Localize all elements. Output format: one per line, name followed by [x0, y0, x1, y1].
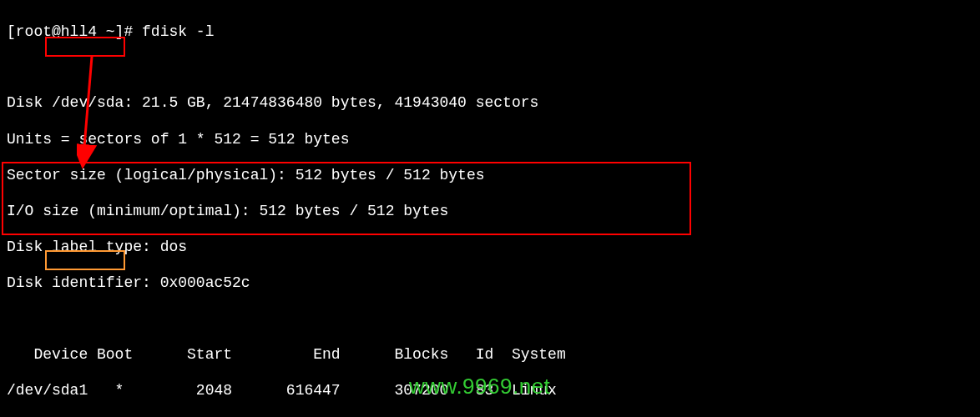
- disk-sda-header: Disk /dev/sda: 21.5 GB, 21474836480 byte…: [7, 94, 973, 113]
- partition-table-header: Device Boot Start End Blocks Id System: [7, 346, 973, 364]
- blank-line: [7, 311, 973, 329]
- disk-sda-units: Units = sectors of 1 * 512 = 512 bytes: [7, 131, 973, 149]
- disk-sda-io: I/O size (minimum/optimal): 512 bytes / …: [7, 203, 973, 221]
- disk-sda-identifier: Disk identifier: 0x000ac52c: [7, 274, 973, 293]
- blank-line: [7, 59, 973, 77]
- prompt-line: [root@hll4 ~]# fdisk -l: [7, 23, 973, 42]
- partition-row-sda1: /dev/sda1 * 2048 616447 307200 83 Linux: [7, 382, 973, 400]
- terminal-output[interactable]: [root@hll4 ~]# fdisk -l Disk /dev/sda: 2…: [7, 5, 973, 417]
- disk-sda-label: Disk label type: dos: [7, 239, 973, 257]
- disk-sda-sector: Sector size (logical/physical): 512 byte…: [7, 167, 973, 185]
